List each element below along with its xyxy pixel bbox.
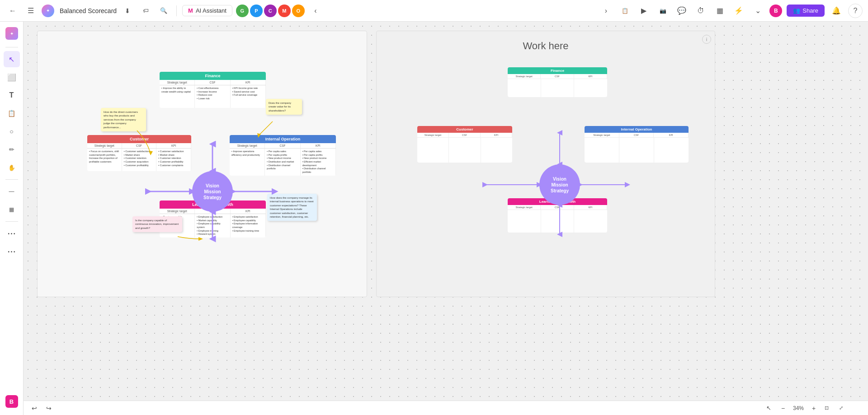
tag-button[interactable]: 🏷 [138, 4, 153, 18]
sidebar-tool-text[interactable]: T [4, 87, 20, 103]
menu-button[interactable]: ☰ [24, 4, 38, 18]
fr-b1 [508, 79, 541, 97]
customer-subheader: Strategic target CSF KPI [87, 143, 191, 149]
finance-header: Finance [160, 72, 266, 80]
timer-button[interactable]: ⏱ [693, 4, 708, 18]
internal-kpi: • Per capita sales• Per capita profits• … [301, 149, 336, 176]
layout-button[interactable]: ▦ [712, 4, 727, 18]
customer-csf: • Customer satisfaction• Market share• C… [122, 149, 157, 171]
collapse-panel-button[interactable]: ‹ [308, 4, 323, 18]
expand-button[interactable]: ⤢ [835, 403, 846, 414]
insert-button[interactable]: 📋 [618, 4, 632, 18]
sidebar-tool-connector[interactable]: — [4, 183, 20, 200]
undo-button[interactable]: ↩ [29, 403, 40, 414]
ai-label: AI Assistant [196, 7, 226, 14]
learning-col-1: Strategic target [160, 209, 195, 214]
app-logo: ✦ [42, 5, 54, 17]
finance-table-left: Finance Strategic target CSF KPI • Impro… [160, 72, 266, 108]
redo-button[interactable]: ↪ [43, 403, 54, 414]
fr-b3 [574, 79, 607, 97]
sidebar-tool-sticky[interactable]: 📋 [4, 105, 20, 121]
learning-right-sub: Strategic target CSF KPI [508, 205, 607, 210]
ir-col-1: Strategic target [585, 133, 619, 137]
sidebar-tool-more1[interactable]: • • • [4, 225, 20, 242]
internal-right-inner: Internal Operation Strategic target CSF … [585, 126, 689, 163]
internal-subheader: Strategic target CSF KPI [230, 143, 336, 149]
help-button[interactable]: ? [848, 4, 863, 18]
customer-right-header: Customer [417, 126, 512, 133]
camera-button[interactable]: 📷 [656, 4, 670, 18]
sidebar-tool-hand[interactable]: ✋ [4, 159, 20, 176]
finance-right-inner: Finance Strategic target CSF KPI [508, 67, 607, 97]
customer-table-left: Customer Strategic target CSF KPI • Focu… [87, 135, 191, 171]
internal-col-3: KPI [301, 143, 336, 148]
avatar-p: P [250, 5, 263, 17]
zoom-fit-button[interactable]: ⊡ [821, 403, 832, 414]
learning-kpi: • Employee satisfaction• Employee capabi… [231, 214, 266, 238]
learning-right-body [508, 210, 607, 233]
sidebar-tool-cursor[interactable]: ↖ [4, 51, 20, 67]
share-button[interactable]: 👥 Share [787, 5, 825, 17]
internal-col-1: Strategic target [230, 143, 265, 148]
customer-col-1: Strategic target [87, 143, 122, 148]
filter-button[interactable]: ⚡ [731, 4, 746, 18]
finance-table-inner: Finance Strategic target CSF KPI • Impro… [160, 72, 266, 108]
customer-table-inner: Customer Strategic target CSF KPI • Focu… [87, 135, 191, 171]
ai-assistant-button[interactable]: M AI Assistant [182, 5, 232, 16]
comment-button[interactable]: 💬 [675, 4, 689, 18]
toolbar-right: › 📋 ▶ 📷 💬 ⏱ ▦ ⚡ ⌄ B 👥 Share 🔔 ? [599, 4, 863, 18]
cr-b2 [449, 138, 481, 163]
ir-b3 [654, 138, 689, 163]
internal-right-body [585, 138, 689, 163]
finance-col-3: KPI [231, 80, 266, 85]
avatar-m: M [278, 5, 291, 17]
ir-col-3: KPI [654, 133, 689, 137]
internal-body: • Improve operations efficiency and prod… [230, 149, 336, 176]
zoom-value: 34% [790, 405, 807, 411]
sidebar-tool-table[interactable]: ▦ [4, 201, 20, 218]
learning-csf: • Employee satisfaction• Market capabili… [195, 214, 230, 238]
more-button[interactable]: ⌄ [750, 4, 765, 18]
lr-b3 [574, 210, 607, 233]
zoom-in-button[interactable]: + [808, 403, 819, 414]
bottom-bar: ↩ ↪ ↖ − 34% + ⊡ ⤢ [24, 401, 868, 415]
customer-header: Customer [87, 135, 191, 143]
work-here-title: Work here [377, 31, 715, 56]
lr-col-3: KPI [574, 205, 607, 210]
app-title: Balanced Scorecard [60, 7, 117, 14]
sidebar-divider-3 [5, 221, 18, 222]
sidebar-tool-pen[interactable]: ✏ [4, 141, 20, 158]
share-icon: 👥 [793, 7, 800, 14]
bell-button[interactable]: 🔔 [829, 4, 844, 18]
avatar-c: C [264, 5, 277, 17]
finance-strategic: • Improve the ability to create wealth u… [160, 85, 195, 108]
sidebar-tool-more2[interactable]: • • • [4, 243, 20, 260]
lr-col-2: CSF [541, 205, 574, 210]
download-button[interactable]: ⬇ [120, 4, 135, 18]
finance-body: • Improve the ability to create wealth u… [160, 85, 266, 108]
play-button[interactable]: ▶ [637, 4, 651, 18]
sidebar-tool-frame[interactable]: ⬜ [4, 69, 20, 85]
avatar-g: G [236, 5, 249, 17]
finance-csf: • Cost effectiveness• Increase Income• R… [195, 85, 230, 108]
back-button[interactable]: ← [5, 4, 20, 18]
toolbar-divider [176, 5, 177, 16]
sticky-note-growth-text: Is the company capable of continuous inn… [135, 219, 179, 230]
fr-col-3: KPI [574, 74, 607, 79]
zoom-out-button[interactable]: − [778, 403, 788, 414]
cursor-mode-button[interactable]: ↖ [763, 403, 774, 414]
main-canvas[interactable]: Finance Strategic target CSF KPI • Impro… [24, 22, 868, 401]
search-button[interactable]: 🔍 [156, 4, 171, 18]
sidebar-tool-branding: B [4, 393, 20, 410]
customer-col-2: CSF [122, 143, 157, 148]
chevron-right-button[interactable]: › [599, 4, 613, 18]
finance-right-header: Finance [508, 67, 607, 74]
internal-csf: • Per capita sales• Per capita profits• … [265, 149, 300, 176]
finance-right-sub: Strategic target CSF KPI [508, 74, 607, 79]
sidebar-tool-logo: ✦ [4, 25, 20, 42]
right-panel: Work here Finance Strategic target CSF K… [376, 31, 715, 297]
sidebar-tool-shape[interactable]: ○ [4, 123, 20, 140]
toolbar-left: ← ☰ ✦ Balanced Scorecard ⬇ 🏷 🔍 M AI Assi… [5, 4, 595, 18]
customer-right-inner: Customer Strategic target CSF KPI [417, 126, 512, 163]
internal-table-left: Internal Operation Strategic target CSF … [230, 135, 336, 176]
